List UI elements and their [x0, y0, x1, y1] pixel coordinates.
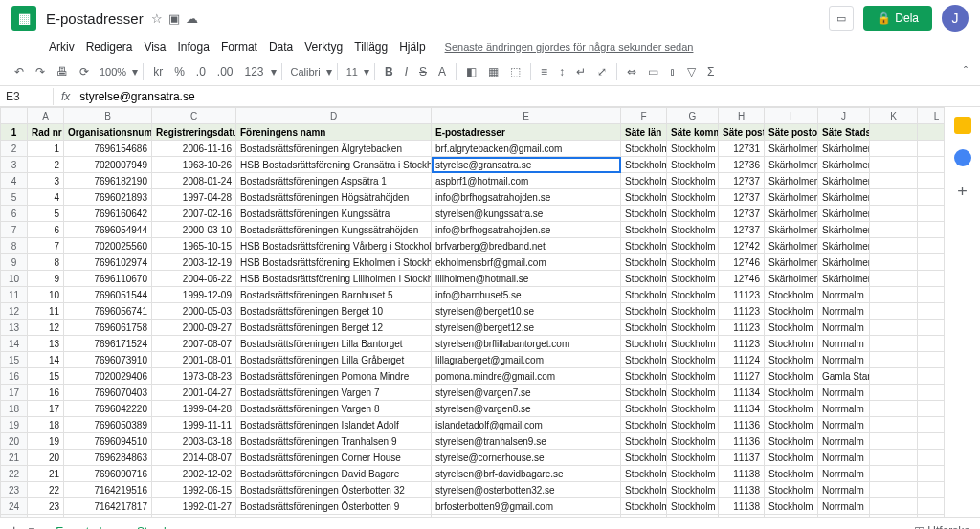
col-header[interactable]: K	[870, 108, 918, 124]
table-row[interactable]: 161570200294061973-08-23Bostadsrättsföre…	[1, 368, 945, 385]
add-addon-button[interactable]: +	[957, 182, 968, 202]
row-header[interactable]: 21	[1, 450, 28, 466]
row-header[interactable]: 11	[1, 287, 28, 303]
sheet-tab[interactable]: E-postadresser Styrelsen ▾	[44, 519, 208, 530]
table-row[interactable]: 131276960617582000-09-27Bostadsrättsföre…	[1, 320, 945, 336]
font-size-select[interactable]: 11	[343, 64, 362, 79]
percent-button[interactable]: %	[169, 62, 189, 81]
table-row[interactable]: 121176960567412000-05-03Bostadsrättsföre…	[1, 303, 945, 320]
col-header[interactable]: H	[719, 108, 765, 124]
italic-button[interactable]: I	[400, 62, 412, 81]
row-header[interactable]: 18	[1, 401, 28, 417]
menu-tillägg[interactable]: Tillägg	[349, 38, 392, 55]
row-header[interactable]: 7	[1, 222, 28, 238]
link-button[interactable]: ⇔	[622, 62, 641, 81]
row-header[interactable]: 10	[1, 271, 28, 287]
table-row[interactable]: 8770200255601965-10-15HSB Bostadsrättsfö…	[1, 238, 945, 254]
text-color-button[interactable]: A	[434, 62, 451, 81]
tasks-icon[interactable]	[954, 149, 971, 166]
table-row[interactable]: 191876960503891999-11-11Bostadsrättsföre…	[1, 417, 945, 433]
menu-format[interactable]: Format	[216, 38, 262, 55]
col-header[interactable]: G	[667, 108, 719, 124]
paint-format-button[interactable]: ⟳	[75, 62, 94, 81]
sheets-logo[interactable]: ▦	[11, 6, 36, 31]
row-header[interactable]: 23	[1, 482, 28, 498]
table-row[interactable]: 5476960218931997-04-28Bostadsrättsföreni…	[1, 189, 945, 206]
undo-button[interactable]: ↶	[10, 62, 29, 81]
filter-button[interactable]: ▽	[682, 62, 701, 81]
table-row[interactable]: 6576961606422007-02-16Bostadsrättsföreni…	[1, 206, 945, 222]
table-row[interactable]: 4376961821902008-01-24Bostadsrättsföreni…	[1, 173, 945, 189]
rotate-button[interactable]: ⤢	[592, 62, 612, 81]
col-header[interactable]: E	[432, 108, 621, 124]
table-row[interactable]: 252476960007641993-12-10Bostadsrättsföre…	[1, 515, 945, 518]
row-header[interactable]: 24	[1, 498, 28, 515]
table-row[interactable]: 2176961546862006-11-16Bostadsrättsföreni…	[1, 141, 945, 157]
comment-button[interactable]: ▭	[643, 62, 663, 81]
table-row[interactable]: 111076960515441999-12-09Bostadsrättsföre…	[1, 287, 945, 303]
row-header[interactable]: 17	[1, 385, 28, 401]
functions-button[interactable]: Σ	[702, 62, 719, 81]
spreadsheet-grid[interactable]: ABCDEFGHIJKL1Rad nrOrganisationsnummerRe…	[0, 107, 944, 517]
table-row[interactable]: 10976961106702004-06-22HSB Bostadsrättsf…	[1, 271, 945, 287]
row-header[interactable]: 8	[1, 238, 28, 254]
name-box[interactable]: E3	[0, 88, 54, 105]
row-header[interactable]: 6	[1, 206, 28, 222]
last-edit-link[interactable]: Senaste ändringen gjordes för några seku…	[440, 39, 699, 55]
table-row[interactable]: 141376961715242007-08-07Bostadsrättsföre…	[1, 336, 945, 352]
share-button[interactable]: 🔒 Dela	[863, 6, 932, 31]
more-formats-button[interactable]: 123	[240, 62, 269, 81]
move-icon[interactable]: ▣	[168, 11, 180, 26]
currency-button[interactable]: kr	[148, 62, 167, 81]
table-row[interactable]: 3270200079491963-10-26HSB Bostadsrättsfö…	[1, 157, 945, 173]
table-row[interactable]: 171676960704032001-04-27Bostadsrättsföre…	[1, 385, 945, 401]
doc-title[interactable]: E-postadresser	[46, 11, 144, 27]
keep-icon[interactable]	[954, 117, 971, 134]
row-header[interactable]: 12	[1, 303, 28, 320]
table-row[interactable]: 201976960945102003-03-18Bostadsrättsföre…	[1, 433, 945, 450]
explore-button[interactable]: ◳ Utforska	[914, 524, 970, 530]
col-header[interactable]: A	[28, 108, 64, 124]
borders-button[interactable]: ▦	[483, 62, 503, 81]
table-row[interactable]: 222176960907162002-12-02Bostadsrättsföre…	[1, 466, 945, 482]
zoom-select[interactable]: 100%	[96, 64, 130, 79]
table-row[interactable]: 212076962848632014-08-07Bostadsrättsföre…	[1, 450, 945, 466]
increase-dec-button[interactable]: .00	[212, 62, 238, 81]
row-header[interactable]: 22	[1, 466, 28, 482]
valign-button[interactable]: ↕	[554, 62, 569, 81]
row-header[interactable]: 15	[1, 352, 28, 368]
table-row[interactable]: 181776960422201999-04-28Bostadsrättsföre…	[1, 401, 945, 417]
row-header[interactable]: 25	[1, 515, 28, 518]
formula-input[interactable]	[78, 88, 980, 105]
row-header[interactable]: 5	[1, 189, 28, 206]
row-header[interactable]: 20	[1, 433, 28, 450]
add-sheet-button[interactable]: +	[10, 522, 18, 530]
menu-visa[interactable]: Visa	[139, 38, 170, 55]
cloud-icon[interactable]: ☁	[186, 11, 198, 26]
menu-redigera[interactable]: Redigera	[81, 38, 138, 55]
account-avatar[interactable]: J	[942, 5, 969, 32]
col-header[interactable]: F	[621, 108, 667, 124]
fill-color-button[interactable]: ◧	[461, 62, 481, 81]
wrap-button[interactable]: ↵	[571, 62, 590, 81]
print-button[interactable]: 🖶	[52, 62, 73, 81]
row-header[interactable]: 13	[1, 320, 28, 336]
font-select[interactable]: Calibri	[287, 64, 324, 79]
col-header[interactable]: C	[152, 108, 236, 124]
col-header[interactable]: I	[765, 108, 818, 124]
col-header[interactable]: J	[818, 108, 870, 124]
row-header[interactable]: 4	[1, 173, 28, 189]
row-header[interactable]: 14	[1, 336, 28, 352]
menu-infoga[interactable]: Infoga	[173, 38, 214, 55]
comments-button[interactable]: ▭	[829, 6, 854, 31]
col-header[interactable]: D	[236, 108, 432, 124]
row-header[interactable]: 9	[1, 254, 28, 271]
halign-button[interactable]: ≡	[536, 62, 552, 81]
all-sheets-button[interactable]: ≡	[28, 524, 34, 530]
merge-button[interactable]: ⬚	[505, 62, 525, 81]
row-header[interactable]: 1	[1, 124, 28, 141]
strike-button[interactable]: S	[414, 62, 432, 81]
row-header[interactable]: 16	[1, 368, 28, 385]
table-row[interactable]: 151476960739102001-08-01Bostadsrättsföre…	[1, 352, 945, 368]
col-header[interactable]: L	[918, 108, 945, 124]
